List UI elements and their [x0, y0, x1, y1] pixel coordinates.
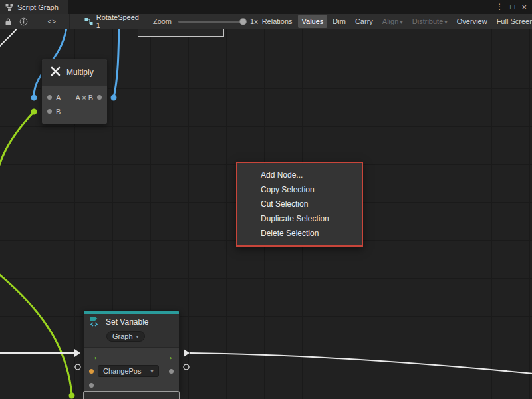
partially-visible-node-top[interactable]	[138, 29, 224, 37]
node-multiply[interactable]: Multiply A A × B B	[41, 59, 108, 124]
flow-ports-row: → →	[84, 349, 179, 364]
output-port-label: A × B	[75, 94, 93, 102]
empty-port-ring-right[interactable]	[184, 364, 189, 370]
graph-toolbar: <> RotateSpeed 1 Zoom 1x Relations Value…	[0, 14, 532, 29]
menu-item-add-node[interactable]: Add Node...	[237, 168, 362, 182]
empty-port-ring-left[interactable]	[75, 364, 80, 370]
node-set-variable[interactable]: Set Variable Graph ▾ → → ChangePos ▾	[83, 310, 180, 392]
maximize-icon[interactable]: □	[510, 0, 515, 14]
value-input-port[interactable]	[89, 383, 94, 388]
port-connection-blue-out[interactable]	[111, 95, 117, 101]
carry-button[interactable]: Carry	[351, 15, 377, 28]
menu-item-copy-selection[interactable]: Copy Selection	[237, 182, 362, 197]
overview-button[interactable]: Overview	[453, 15, 491, 28]
script-graph-icon	[5, 3, 13, 11]
context-menu: Add Node... Copy Selection Cut Selection…	[236, 162, 363, 247]
align-dropdown[interactable]: Align▾	[378, 15, 407, 28]
menu-item-cut-selection[interactable]: Cut Selection	[237, 197, 362, 211]
multiply-icon	[50, 66, 61, 79]
toolbar-buttons: Relations Values Dim Carry Align▾ Distri…	[258, 14, 532, 29]
zoom-slider-handle[interactable]	[239, 18, 247, 25]
multiply-row-a: A A × B	[42, 90, 107, 104]
unity-script-graph-window: Script Graph ⋮ □ × <>	[0, 0, 532, 399]
zoom-label: Zoom	[153, 17, 172, 25]
input-port-b[interactable]	[47, 109, 52, 114]
tab-label: Script Graph	[17, 3, 59, 11]
menu-item-duplicate-selection[interactable]: Duplicate Selection	[237, 211, 362, 226]
code-icon: <>	[48, 18, 57, 25]
dim-button[interactable]: Dim	[329, 15, 350, 28]
chevron-down-icon: ▾	[136, 334, 139, 340]
tab-script-graph[interactable]: Script Graph	[0, 0, 68, 14]
variable-output-port[interactable]	[169, 369, 174, 374]
graph-reference[interactable]: RotateSpeed 1	[84, 13, 144, 29]
flow-arrowhead-left[interactable]	[74, 349, 80, 357]
port-connection-blue-a[interactable]	[31, 95, 37, 101]
chevron-down-icon: ▾	[444, 19, 448, 25]
input-port-a[interactable]	[47, 95, 52, 100]
code-view-button[interactable]: <>	[35, 14, 70, 29]
chevron-down-icon: ▾	[400, 19, 403, 25]
variable-scope-label: Graph	[112, 332, 133, 340]
fullscreen-button[interactable]: Full Screen	[493, 15, 532, 28]
flow-input-port[interactable]: →	[89, 352, 98, 361]
multiply-node-header[interactable]: Multiply	[42, 59, 107, 86]
window-menu-icon[interactable]: ⋮	[495, 0, 503, 14]
value-input-row	[84, 378, 179, 392]
input-port-b-label: B	[56, 108, 61, 116]
set-variable-title: Set Variable	[106, 317, 148, 327]
close-icon[interactable]: ×	[521, 0, 527, 14]
zoom-value: 1x	[250, 17, 258, 25]
partially-visible-node-bottom[interactable]	[83, 391, 180, 399]
wire-green-upper[interactable]	[0, 112, 34, 184]
graph-canvas[interactable]: Multiply A A × B B	[0, 29, 532, 399]
set-variable-icon	[89, 315, 101, 329]
variable-name-port[interactable]	[89, 369, 94, 374]
titlebar: Script Graph ⋮ □ ×	[0, 0, 532, 14]
multiply-node-body: A A × B B	[42, 86, 107, 124]
distribute-dropdown[interactable]: Distribute▾	[408, 15, 452, 28]
flow-arrowhead-right[interactable]	[184, 349, 190, 357]
values-button[interactable]: Values	[298, 15, 328, 28]
window-controls: ⋮ □ ×	[495, 0, 532, 14]
multiply-row-b: B	[42, 104, 107, 118]
variable-row: ChangePos ▾	[84, 364, 179, 378]
info-icon[interactable]	[19, 17, 28, 26]
variable-scope-dropdown[interactable]: Graph ▾	[106, 331, 145, 342]
multiply-node-title: Multiply	[66, 68, 94, 77]
wire-green-lower[interactable]	[0, 273, 72, 394]
chevron-down-icon: ▾	[151, 368, 154, 374]
variable-name-dropdown[interactable]: ChangePos ▾	[98, 365, 159, 377]
lock-icon[interactable]	[4, 17, 13, 26]
set-variable-header[interactable]: Set Variable Graph ▾	[84, 314, 179, 348]
port-connection-green-bottom[interactable]	[69, 393, 75, 399]
output-port[interactable]	[97, 95, 102, 100]
graph-reference-label: RotateSpeed 1	[96, 13, 144, 29]
graph-asset-icon	[84, 17, 93, 25]
menu-item-delete-selection[interactable]: Delete Selection	[237, 226, 362, 241]
flow-output-port[interactable]: →	[164, 352, 174, 361]
port-connection-green-b[interactable]	[31, 109, 37, 115]
zoom-control: Zoom 1x	[153, 17, 258, 25]
variable-name-label: ChangePos	[103, 367, 142, 375]
wire-white-topleft[interactable]	[0, 29, 18, 48]
zoom-slider[interactable]	[178, 21, 245, 23]
input-port-a-label: A	[56, 94, 61, 102]
wire-blue-output[interactable]	[114, 29, 119, 98]
wire-white-right[interactable]	[190, 353, 532, 374]
relations-button[interactable]: Relations	[258, 15, 297, 28]
